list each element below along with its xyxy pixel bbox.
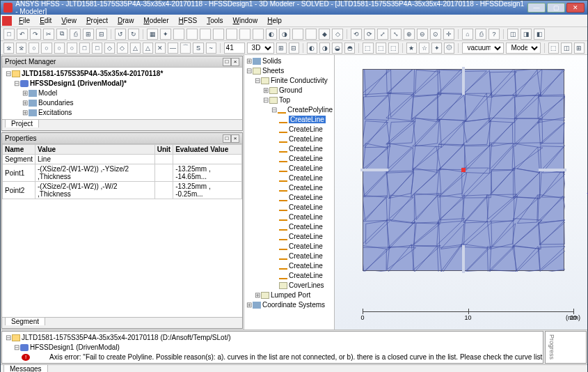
tree-createline[interactable]: CreateLine (246, 144, 333, 154)
tree-createline[interactable]: CreateLine (246, 193, 333, 203)
table-row[interactable]: Point1-(XSize/2-(W1-W2)) ,-YSize/2 ,Thic… (3, 164, 242, 182)
tree-createline[interactable]: CreateLine (246, 242, 333, 251)
toolbar-button[interactable]: ⬚ (376, 42, 386, 54)
toolbar-button[interactable]: ⎙ (70, 29, 81, 40)
model-tree[interactable]: ⊞Solids ⊟Sheets ⊟Finite Conductivity ⊞Gr… (244, 55, 334, 330)
toolbar-button[interactable]: ○ (54, 42, 65, 54)
toolbar-button[interactable] (253, 29, 264, 40)
messages-pane[interactable]: ⊟JLTD1581-1575S35P4A-35x35x4-20170118 (D… (1, 331, 543, 364)
tree-createline[interactable]: CreateLine (246, 125, 333, 134)
properties-close-icon[interactable]: × (231, 134, 239, 143)
menu-help[interactable]: Help (263, 16, 286, 25)
toolbar-button[interactable]: □ (92, 42, 102, 54)
toolbar-button[interactable]: ۞ (444, 42, 454, 54)
menu-tools[interactable]: Tools (202, 16, 227, 25)
toolbar-button[interactable]: ◑ (319, 42, 330, 54)
menu-draw[interactable]: Draw (113, 16, 138, 25)
toolbar-button[interactable]: ⌒ (180, 42, 191, 54)
properties-pin-icon[interactable]: □ (223, 134, 231, 143)
tree-createline[interactable]: CreateLine (246, 271, 333, 281)
tree-createline[interactable]: CreateLine (246, 212, 333, 222)
model-select[interactable]: Model (506, 42, 541, 54)
tree-createline[interactable]: CreateLine (246, 154, 333, 164)
tree-createline[interactable]: CreateLine (246, 183, 333, 193)
toolbar-button[interactable]: ⟲ (351, 29, 362, 40)
tree-createline[interactable]: CreateLine (246, 251, 333, 261)
toolbar-button[interactable]: ⤡ (390, 29, 402, 40)
toolbar-button[interactable]: ◑ (279, 29, 290, 40)
properties-table[interactable]: NameValueUnitEvaluated ValueSegmentLineP… (2, 144, 242, 317)
toolbar-button[interactable] (239, 29, 251, 40)
toolbar-button[interactable]: ⌂ (462, 29, 473, 40)
close-button[interactable]: ✕ (566, 3, 585, 13)
toolbar-button[interactable]: △ (143, 42, 153, 54)
segment-tab[interactable]: Segment (5, 317, 45, 325)
toolbar-button[interactable]: ⬚ (388, 42, 399, 54)
toolbar-button[interactable]: ⊙ (430, 29, 441, 40)
menu-hfss[interactable]: HFSS (175, 16, 202, 25)
tree-createline[interactable]: CreateLine (246, 164, 333, 173)
toolbar-button[interactable]: ✕ (155, 42, 166, 54)
toolbar-button[interactable]: ✦ (160, 29, 171, 40)
project-tree[interactable]: ⊟JLTD1581-1575S35P4A-35x35x4-20170118* ⊟… (2, 68, 242, 119)
toolbar-button[interactable]: ◇ (117, 42, 127, 54)
project-tab[interactable]: Project (5, 119, 39, 127)
toolbar-button[interactable]: ◇ (332, 29, 343, 40)
toolbar-button[interactable]: — (168, 42, 178, 54)
toolbar-view-select[interactable]: 3D (247, 42, 274, 54)
toolbar-button[interactable]: ◫ (561, 42, 571, 54)
toolbar-button[interactable] (292, 29, 303, 40)
toolbar-button[interactable]: ⟳ (364, 29, 375, 40)
toolbar-button[interactable]: △ (130, 42, 141, 54)
toolbar-button[interactable] (213, 29, 224, 40)
toolbar-button[interactable]: ? (488, 29, 500, 40)
toolbar-button[interactable]: ⊖ (417, 29, 428, 40)
toolbar-button[interactable] (173, 29, 184, 40)
menu-view[interactable]: View (57, 16, 81, 25)
tree-createline[interactable]: CreateLine (246, 222, 333, 232)
toolbar-button[interactable]: ↶ (17, 29, 28, 40)
menu-modeler[interactable]: Modeler (139, 16, 173, 25)
menu-file[interactable]: File (15, 16, 34, 25)
table-row[interactable]: SegmentLine (3, 155, 242, 164)
menu-window[interactable]: Window (229, 16, 262, 25)
toolbar-button[interactable]: ◐ (307, 42, 317, 54)
toolbar-button[interactable]: ◨ (521, 29, 532, 40)
toolbar-button[interactable]: ○ (67, 42, 77, 54)
toolbar-button[interactable]: ✦ (431, 42, 442, 54)
tree-createline[interactable]: CreateLine (246, 173, 333, 183)
toolbar-button[interactable]: ↷ (30, 29, 41, 40)
tree-createline[interactable]: CreateLine (246, 261, 333, 271)
toolbar-button[interactable]: ⎙ (475, 29, 486, 40)
toolbar-button[interactable] (186, 29, 198, 40)
material-select[interactable]: vacuum (462, 42, 504, 54)
menu-project[interactable]: Project (82, 16, 112, 25)
toolbar-button[interactable]: ⊟ (96, 29, 107, 40)
toolbar-button[interactable]: ◇ (104, 42, 115, 54)
toolbar-button[interactable]: ⊞ (574, 42, 585, 54)
toolbar-button[interactable] (226, 29, 237, 40)
toolbar-button[interactable]: ★ (406, 42, 417, 54)
toolbar-button[interactable]: ⊕ (404, 29, 415, 40)
toolbar-button[interactable]: ◓ (344, 42, 355, 54)
toolbar-button[interactable]: ※ (16, 42, 26, 54)
tree-createline[interactable]: CreateLine (246, 203, 333, 212)
project-manager-close-icon[interactable]: × (231, 58, 239, 66)
toolbar-button[interactable]: ↺ (115, 29, 126, 40)
toolbar-button[interactable]: ✛ (443, 29, 454, 40)
toolbar-button[interactable]: ◫ (507, 29, 518, 40)
toolbar-button[interactable]: ⊟ (289, 42, 299, 54)
toolbar-button[interactable] (305, 29, 317, 40)
toolbar-button[interactable]: ○ (29, 42, 39, 54)
toolbar-button[interactable]: ☆ (419, 42, 429, 54)
toolbar-button[interactable]: ~ (206, 42, 216, 54)
menu-edit[interactable]: Edit (35, 16, 56, 25)
toolbar-button[interactable]: ⊞ (276, 42, 287, 54)
maximize-button[interactable]: ▢ (547, 3, 565, 13)
minimize-button[interactable]: — (527, 3, 546, 13)
toolbar-button[interactable]: ⊞ (83, 29, 94, 40)
tree-createline[interactable]: CreateLine (246, 232, 333, 242)
toolbar-button[interactable]: ▦ (147, 29, 158, 40)
toolbar-button[interactable]: ⤢ (377, 29, 388, 40)
3d-viewport[interactable]: Y 01020 (mm) (335, 55, 587, 330)
